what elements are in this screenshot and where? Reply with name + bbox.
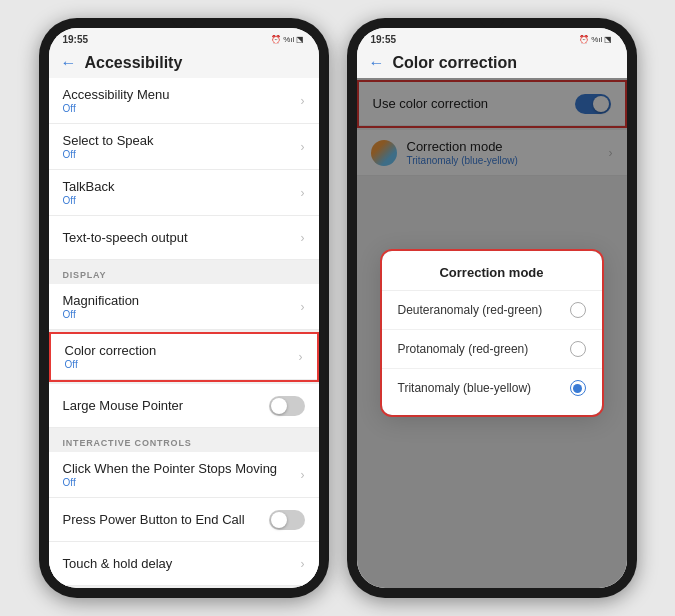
- toggle-knob: [271, 512, 287, 528]
- left-status-icons: ⏰ %ıl ⬔: [271, 35, 305, 44]
- right-back-button[interactable]: ←: [369, 54, 385, 72]
- click-pointer-subtitle: Off: [63, 477, 278, 488]
- deuteranomaly-label: Deuteranomaly (red-green): [398, 303, 543, 317]
- accessibility-menu-subtitle: Off: [63, 103, 170, 114]
- chevron-icon: ›: [301, 140, 305, 154]
- large-mouse-title: Large Mouse Pointer: [63, 398, 184, 413]
- toggle-knob: [271, 398, 287, 414]
- protanomaly-label: Protanomaly (red-green): [398, 342, 529, 356]
- radio-selected-indicator: [573, 384, 582, 393]
- radio-protanomaly[interactable]: [570, 341, 586, 357]
- section-display: DISPLAY: [49, 260, 319, 284]
- talkback-title: TalkBack: [63, 179, 115, 194]
- modal-overlay: Correction mode Deuteranomaly (red-green…: [357, 78, 627, 588]
- list-item-touch-hold[interactable]: Touch & hold delay ›: [49, 542, 319, 586]
- talkback-subtitle: Off: [63, 195, 115, 206]
- modal-option-tritanomaly[interactable]: Tritanomaly (blue-yellow): [382, 369, 602, 407]
- select-to-speak-subtitle: Off: [63, 149, 154, 160]
- accessibility-menu-title: Accessibility Menu: [63, 87, 170, 102]
- list-item-click-pointer[interactable]: Click When the Pointer Stops Moving Off …: [49, 452, 319, 498]
- large-mouse-toggle[interactable]: [269, 396, 305, 416]
- left-screen-content: Accessibility Menu Off › Select to Speak…: [49, 78, 319, 588]
- right-status-time: 19:55: [371, 34, 397, 45]
- modal-title: Correction mode: [382, 265, 602, 291]
- right-notch: [480, 18, 504, 28]
- left-nav-bar: ← Accessibility: [49, 48, 319, 78]
- chevron-icon: ›: [301, 186, 305, 200]
- chevron-icon: ›: [301, 468, 305, 482]
- radio-tritanomaly[interactable]: [570, 380, 586, 396]
- chevron-icon: ›: [301, 231, 305, 245]
- list-item-press-power[interactable]: Press Power Button to End Call: [49, 498, 319, 542]
- magnification-title: Magnification: [63, 293, 140, 308]
- left-phone: 19:55 ⏰ %ıl ⬔ ← Accessibility Accessibil…: [39, 18, 329, 598]
- list-item-select-to-speak[interactable]: Select to Speak Off ›: [49, 124, 319, 170]
- right-status-icons: ⏰ %ıl ⬔: [579, 35, 613, 44]
- click-pointer-title: Click When the Pointer Stops Moving: [63, 461, 278, 476]
- color-correction-subtitle: Off: [65, 359, 157, 370]
- list-item-talkback[interactable]: TalkBack Off ›: [49, 170, 319, 216]
- touch-hold-title: Touch & hold delay: [63, 556, 173, 571]
- right-status-bar: 19:55 ⏰ %ıl ⬔: [357, 28, 627, 48]
- section-controls: INTERACTIVE CONTROLS: [49, 428, 319, 452]
- press-power-title: Press Power Button to End Call: [63, 512, 245, 527]
- right-nav-title: Color correction: [393, 54, 517, 72]
- list-item-magnification[interactable]: Magnification Off ›: [49, 284, 319, 330]
- correction-mode-modal: Correction mode Deuteranomaly (red-green…: [382, 251, 602, 415]
- modal-option-deuteranomaly[interactable]: Deuteranomaly (red-green): [382, 291, 602, 330]
- chevron-icon: ›: [301, 300, 305, 314]
- modal-option-protanomaly[interactable]: Protanomaly (red-green): [382, 330, 602, 369]
- select-to-speak-title: Select to Speak: [63, 133, 154, 148]
- left-notch: [172, 18, 196, 28]
- left-status-bar: 19:55 ⏰ %ıl ⬔: [49, 28, 319, 48]
- tritanomaly-label: Tritanomaly (blue-yellow): [398, 381, 532, 395]
- list-item-tts[interactable]: Text-to-speech output ›: [49, 216, 319, 260]
- list-item-accessibility-menu[interactable]: Accessibility Menu Off ›: [49, 78, 319, 124]
- right-screen-content: Use color correction Correction mode Tri…: [357, 78, 627, 588]
- left-back-button[interactable]: ←: [61, 54, 77, 72]
- color-correction-title: Color correction: [65, 343, 157, 358]
- press-power-toggle[interactable]: [269, 510, 305, 530]
- magnification-subtitle: Off: [63, 309, 140, 320]
- chevron-icon: ›: [299, 350, 303, 364]
- right-phone: 19:55 ⏰ %ıl ⬔ ← Color correction Use col…: [347, 18, 637, 598]
- radio-deuteranomaly[interactable]: [570, 302, 586, 318]
- chevron-icon: ›: [301, 94, 305, 108]
- left-nav-title: Accessibility: [85, 54, 183, 72]
- left-status-time: 19:55: [63, 34, 89, 45]
- list-item-large-mouse[interactable]: Large Mouse Pointer: [49, 384, 319, 428]
- list-item-color-correction[interactable]: Color correction Off ›: [51, 334, 317, 380]
- right-nav-bar: ← Color correction: [357, 48, 627, 78]
- chevron-icon: ›: [301, 557, 305, 571]
- tts-title: Text-to-speech output: [63, 230, 188, 245]
